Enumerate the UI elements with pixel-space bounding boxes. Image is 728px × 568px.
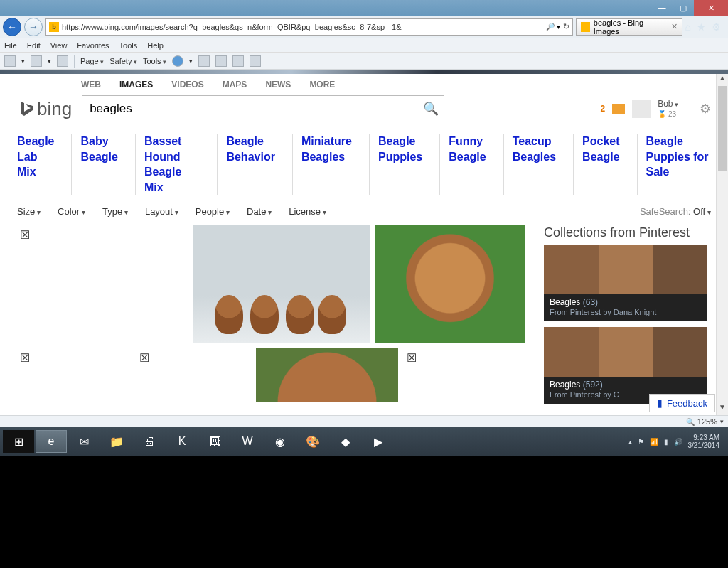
taskbar-app-ie[interactable]: e	[36, 430, 67, 453]
address-input[interactable]	[62, 23, 543, 31]
image-result[interactable]	[375, 225, 525, 343]
zoom-dropdown-icon[interactable]: ▾	[720, 418, 724, 425]
scroll-up-button[interactable]: ▲	[717, 74, 728, 86]
vertical-scrollbar[interactable]: ▲ ▼	[716, 74, 728, 415]
search-button[interactable]: 🔍	[417, 96, 444, 122]
menu-file[interactable]: File	[4, 41, 17, 50]
window-maximize-button[interactable]	[673, 0, 694, 16]
related-link[interactable]: Baby	[80, 134, 117, 149]
tools-menu[interactable]: Tools	[143, 57, 166, 65]
filter-people[interactable]: People	[196, 206, 230, 217]
scope-web[interactable]: WEB	[81, 80, 101, 90]
related-link[interactable]: Beagle	[582, 149, 619, 165]
related-link[interactable]: Pocket	[582, 134, 619, 149]
related-link[interactable]: Beagle	[80, 149, 117, 165]
bing-logo[interactable]: bing	[17, 98, 72, 120]
taskbar-app-word[interactable]: W	[232, 430, 263, 453]
addon-icon-2[interactable]	[215, 55, 227, 67]
related-link[interactable]: Miniature	[301, 134, 352, 149]
related-link[interactable]: Beagles	[513, 149, 556, 165]
tray-flag-icon[interactable]: ⚑	[638, 438, 644, 446]
search-dropdown-icon[interactable]: 🔎 ▾	[546, 23, 560, 31]
window-minimize-button[interactable]	[651, 0, 673, 16]
related-link[interactable]: Beagles	[301, 149, 352, 165]
scroll-thumb[interactable]	[718, 86, 727, 171]
user-avatar[interactable]	[632, 100, 651, 118]
image-result[interactable]	[256, 348, 398, 402]
menu-help[interactable]: Help	[147, 41, 164, 50]
tray-network-icon[interactable]: 📶	[650, 438, 658, 446]
safesearch-toggle[interactable]: SafeSearch: Off	[640, 206, 711, 217]
menu-view[interactable]: View	[50, 41, 68, 50]
menu-favorites[interactable]: Favorites	[77, 41, 109, 50]
settings-gear-icon[interactable]: ⚙	[700, 101, 711, 117]
favorites-icon[interactable]: ★	[697, 21, 706, 33]
related-link[interactable]: Beagle	[449, 149, 486, 165]
zoom-level[interactable]: 125%	[697, 417, 717, 426]
image-result[interactable]	[17, 225, 188, 343]
related-link[interactable]: Beagle	[17, 134, 54, 149]
related-link[interactable]: Funny	[449, 134, 486, 149]
addon-icon-1[interactable]	[198, 55, 210, 67]
window-close-button[interactable]	[694, 0, 728, 16]
nav-forward-button[interactable]: →	[24, 18, 43, 36]
taskbar-app-explorer[interactable]: 📁	[101, 430, 132, 453]
mail-icon[interactable]	[57, 55, 68, 67]
home-small-icon[interactable]	[4, 55, 16, 67]
help-icon[interactable]	[172, 55, 183, 67]
image-result[interactable]	[404, 348, 496, 402]
filter-layout[interactable]: Layout	[145, 206, 178, 217]
address-bar[interactable]: b 🔎 ▾ ↻	[46, 18, 573, 36]
related-link[interactable]: Beagle	[226, 134, 274, 149]
addon-icon-3[interactable]	[232, 55, 244, 67]
related-link[interactable]: Behavior	[226, 149, 274, 165]
image-result[interactable]	[136, 348, 250, 402]
reload-button[interactable]: ↻	[563, 22, 569, 31]
message-icon[interactable]	[612, 104, 625, 114]
tray-battery-icon[interactable]: ▮	[664, 438, 668, 446]
filter-color[interactable]: Color	[58, 206, 85, 217]
taskbar-app[interactable]: 🖨	[134, 430, 165, 453]
related-link[interactable]: Puppies for Sale	[646, 149, 711, 180]
taskbar-app-media[interactable]: ▶	[363, 430, 394, 453]
scroll-down-button[interactable]: ▼	[717, 403, 728, 415]
feeds-icon[interactable]	[31, 55, 42, 67]
nav-back-button[interactable]: ←	[3, 18, 21, 36]
menu-edit[interactable]: Edit	[27, 41, 41, 50]
tab-close-button[interactable]: ✕	[671, 22, 678, 31]
image-result[interactable]	[17, 348, 131, 402]
browser-tab[interactable]: beagles - Bing Images ✕	[576, 18, 682, 36]
taskbar-app[interactable]: K	[166, 430, 198, 453]
related-link[interactable]: Teacup	[513, 134, 556, 149]
scope-videos[interactable]: VIDEOS	[171, 80, 203, 90]
filter-date[interactable]: Date	[247, 206, 272, 217]
scope-more[interactable]: MORE	[309, 80, 335, 90]
scope-images[interactable]: IMAGES	[119, 80, 153, 90]
feedback-button[interactable]: Feedback	[649, 394, 715, 412]
taskbar-app[interactable]: ◆	[330, 430, 361, 453]
filter-size[interactable]: Size	[17, 206, 41, 217]
related-link[interactable]: Beagle	[378, 134, 422, 149]
pinterest-card[interactable]: Beagles (63)From Pinterest by Dana Knigh…	[544, 245, 707, 321]
taskbar-clock[interactable]: 9:23 AM 3/21/2014	[688, 434, 720, 449]
start-button[interactable]: ⊞	[3, 430, 34, 453]
search-input[interactable]	[82, 102, 417, 116]
taskbar-app[interactable]: 🖼	[199, 430, 230, 453]
taskbar-app-paint[interactable]: 🎨	[297, 430, 328, 453]
scope-news[interactable]: NEWS	[265, 80, 291, 90]
related-link[interactable]: Beagle	[646, 134, 711, 149]
page-menu[interactable]: Page	[80, 57, 104, 65]
image-result[interactable]	[193, 225, 370, 343]
related-link[interactable]: Puppies	[378, 149, 422, 165]
tools-gear-icon[interactable]: ⚙	[712, 21, 721, 33]
addon-icon-4[interactable]	[250, 55, 261, 67]
safety-menu[interactable]: Safety	[109, 57, 137, 65]
related-link[interactable]: Basset Hound	[144, 134, 200, 164]
tray-up-icon[interactable]: ▴	[628, 438, 632, 446]
menu-tools[interactable]: Tools	[119, 41, 138, 50]
user-name[interactable]: Bob	[658, 99, 678, 109]
filter-type[interactable]: Type	[102, 206, 128, 217]
taskbar-app-outlook[interactable]: ✉	[68, 430, 100, 453]
scope-maps[interactable]: MAPS	[223, 80, 247, 90]
related-link[interactable]: Lab Mix	[17, 149, 54, 180]
